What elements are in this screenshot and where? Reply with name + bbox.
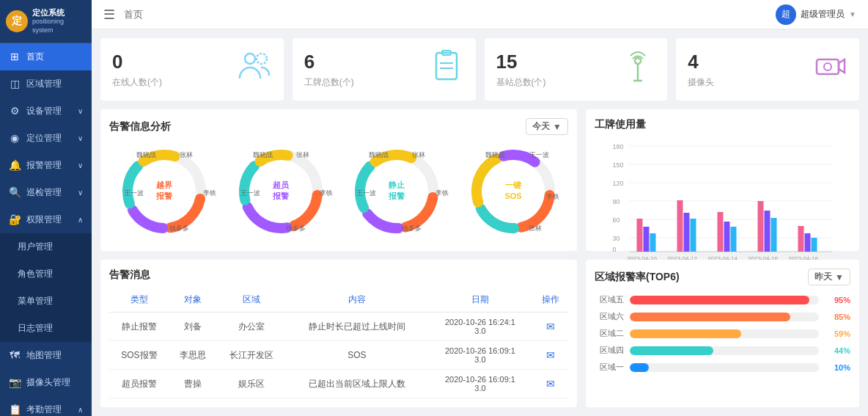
donut-yuejie: 越界 报警 魏晓战 张林 李铁 钱多多 王一波 [117, 144, 212, 239]
bar-chart-svg: 180 150 120 90 60 30 0 [595, 140, 850, 265]
region-filter[interactable]: 昨天 ▼ [808, 269, 850, 285]
cell-action[interactable]: ✉ [533, 370, 568, 398]
svg-text:60: 60 [613, 216, 620, 224]
table-row: SOS报警 李思思 长江开发区 SOS 2020-10-26 16:09:1 3… [109, 341, 568, 370]
cell-type: SOS报警 [109, 341, 169, 370]
menu-toggle-icon[interactable]: ☰ [103, 7, 115, 23]
col-date: 日期 [427, 288, 533, 313]
sidebar-item-role[interactable]: 角色管理 [0, 260, 92, 288]
cell-type: 静止报警 [109, 313, 169, 341]
region-bar-label: 区域一 [595, 362, 624, 373]
region-bar-row: 区域六 85% [595, 311, 850, 322]
cell-action[interactable]: ✉ [533, 313, 568, 341]
region-bar-label: 区域四 [595, 345, 624, 356]
svg-rect-78 [691, 219, 696, 252]
donut-sos: 一键 SOS 魏晓战 王一波 张林 李铁 [466, 144, 561, 239]
region-icon: ◫ [9, 78, 21, 90]
sidebar-item-label: 定位管理 [26, 132, 62, 145]
topbar-user: 超 超级管理员 ▼ [776, 4, 856, 25]
sidebar-item-menu[interactable]: 菜单管理 [0, 288, 92, 315]
svg-text:超员: 超员 [272, 180, 290, 189]
sidebar-item-label: 权限管理 [26, 214, 62, 226]
svg-rect-82 [758, 201, 764, 252]
svg-text:魏晓战: 魏晓战 [369, 151, 389, 158]
region-bars-container: 区域五 95% 区域六 85% 区域二 59% 区域四 44% 区域一 10% [595, 294, 850, 373]
region-bar-label: 区域六 [595, 311, 624, 322]
chevron-down-icon: ∨ [78, 161, 83, 169]
sidebar-item-label: 考勤管理 [26, 404, 62, 416]
svg-text:王一波: 王一波 [529, 151, 548, 158]
svg-point-1 [257, 54, 267, 64]
svg-rect-2 [436, 53, 457, 79]
map-icon: 🗺 [9, 349, 21, 361]
svg-rect-83 [765, 211, 770, 252]
chevron-up-icon: ∧ [78, 216, 83, 224]
alarm-icon: 🔔 [9, 159, 21, 171]
svg-text:静止: 静止 [389, 180, 405, 189]
region-bar-pct: 59% [825, 329, 850, 338]
sidebar-item-camera[interactable]: 📷 摄像头管理 [0, 369, 92, 396]
donut-jingzhi: 静止 报警 魏晓战 张林 李铁 钱多多 王一波 [349, 144, 444, 239]
sidebar-item-location[interactable]: ◉ 定位管理 ∨ [0, 125, 92, 152]
cell-content: 已超出当前区域上限人数 [287, 370, 427, 398]
alarm-filter[interactable]: 今天 ▼ [526, 118, 568, 135]
svg-text:李铁: 李铁 [546, 193, 559, 200]
chevron-down-icon[interactable]: ▼ [849, 10, 856, 18]
attendance-icon: 📋 [9, 404, 21, 415]
sidebar-item-label: 日志管理 [18, 322, 53, 335]
svg-text:张林: 张林 [529, 225, 542, 232]
col-action: 操作 [533, 288, 568, 313]
svg-text:报警: 报警 [155, 191, 173, 200]
svg-rect-76 [677, 200, 683, 252]
username: 超级管理员 [801, 8, 845, 21]
stat-num-station: 15 [496, 51, 546, 73]
badge-icon [429, 48, 464, 90]
donut-chaoyuan: 超员 报警 魏晓战 张林 李铁 钱多多 王一波 [233, 144, 328, 239]
svg-point-7 [635, 58, 641, 64]
region-bar-row: 区域四 44% [595, 345, 850, 356]
chevron-down-icon: ▼ [835, 272, 844, 282]
svg-text:李铁: 李铁 [320, 189, 333, 197]
chevron-down-icon: ∨ [78, 189, 83, 197]
sidebar-item-attendance[interactable]: 📋 考勤管理 ∧ [0, 396, 92, 416]
stat-card-camera: 4 摄像头 [676, 38, 859, 101]
sidebar-item-log[interactable]: 日志管理 [0, 315, 92, 342]
sidebar-item-alarm[interactable]: 🔔 报警管理 ∨ [0, 152, 92, 179]
stat-label-camera: 摄像头 [688, 76, 714, 89]
cell-area: 办公室 [216, 313, 287, 341]
sidebar-item-device[interactable]: ⚙ 设备管理 ∨ [0, 98, 92, 125]
svg-text:王一波: 王一波 [124, 189, 144, 197]
avatar: 超 [776, 4, 796, 25]
sidebar-item-permission[interactable]: 🔐 权限管理 ∧ [0, 206, 92, 233]
sidebar-item-map[interactable]: 🗺 地图管理 [0, 342, 92, 369]
svg-rect-74 [644, 227, 650, 252]
alarm-messages-table: 类型 对象 区域 内容 日期 操作 静止报警 刘备 办公室 静止时长已超过上线时… [109, 288, 568, 398]
region-bar-fill [630, 313, 790, 321]
svg-text:李铁: 李铁 [203, 189, 216, 197]
cell-content: SOS [287, 341, 427, 370]
sidebar-item-patrol[interactable]: 🔍 巡检管理 ∨ [0, 179, 92, 206]
svg-point-11 [824, 63, 831, 70]
svg-text:SOS: SOS [504, 191, 521, 200]
stat-num-online: 0 [112, 51, 162, 73]
region-bar-label: 区域五 [595, 294, 624, 305]
main-area: ☰ 首页 超 超级管理员 ▼ 0 在线人数(个) [92, 0, 868, 416]
permission-icon: 🔐 [9, 214, 21, 225]
table-row: 静止报警 刘备 办公室 静止时长已超过上线时间 2020-10-26 16:24… [109, 313, 568, 341]
region-bar-pct: 44% [825, 346, 850, 355]
region-bar-fill [630, 363, 649, 372]
svg-point-0 [245, 54, 255, 64]
svg-text:王一波: 王一波 [356, 189, 376, 197]
logo-icon: 定 [6, 10, 28, 32]
chevron-down-icon: ∨ [78, 134, 83, 142]
cell-type: 超员报警 [109, 370, 169, 398]
stat-card-badge: 6 工牌总数(个) [293, 38, 476, 101]
sidebar-item-home[interactable]: ⊞ 首页 [0, 43, 92, 70]
cell-action[interactable]: ✉ [533, 341, 568, 370]
stat-num-badge: 6 [304, 51, 354, 73]
svg-rect-79 [718, 212, 724, 252]
sidebar-item-user[interactable]: 用户管理 [0, 233, 92, 260]
sidebar-item-region[interactable]: ◫ 区域管理 [0, 70, 92, 98]
chevron-down-icon: ▼ [553, 122, 562, 132]
svg-text:张林: 张林 [180, 151, 193, 158]
